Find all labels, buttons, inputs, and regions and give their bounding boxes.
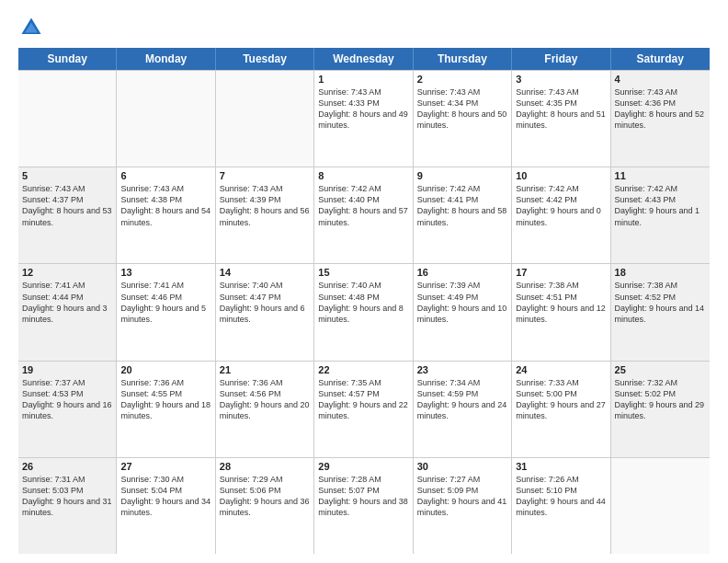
day-info: Sunrise: 7:43 AM Sunset: 4:39 PM Dayligh… <box>220 183 310 228</box>
empty-cell <box>117 71 215 167</box>
weekday-header: Sunday <box>18 48 117 70</box>
day-number: 6 <box>120 170 210 181</box>
day-info: Sunrise: 7:39 AM Sunset: 4:49 PM Dayligh… <box>417 280 507 325</box>
day-cell: 14Sunrise: 7:40 AM Sunset: 4:47 PM Dayli… <box>216 264 314 360</box>
day-info: Sunrise: 7:42 AM Sunset: 4:41 PM Dayligh… <box>417 183 507 228</box>
weekday-header: Monday <box>117 48 215 70</box>
day-cell: 13Sunrise: 7:41 AM Sunset: 4:46 PM Dayli… <box>117 264 215 360</box>
day-cell: 18Sunrise: 7:38 AM Sunset: 4:52 PM Dayli… <box>611 264 710 360</box>
day-info: Sunrise: 7:38 AM Sunset: 4:52 PM Dayligh… <box>615 280 706 325</box>
day-info: Sunrise: 7:41 AM Sunset: 4:46 PM Dayligh… <box>120 280 210 325</box>
day-cell: 17Sunrise: 7:38 AM Sunset: 4:51 PM Dayli… <box>512 264 610 360</box>
day-number: 5 <box>22 170 112 181</box>
day-cell: 29Sunrise: 7:28 AM Sunset: 5:07 PM Dayli… <box>314 458 413 554</box>
weekday-header: Thursday <box>414 48 512 70</box>
day-info: Sunrise: 7:36 AM Sunset: 4:56 PM Dayligh… <box>220 377 310 422</box>
day-cell: 15Sunrise: 7:40 AM Sunset: 4:48 PM Dayli… <box>314 264 413 360</box>
day-number: 17 <box>516 267 606 278</box>
weekday-header: Wednesday <box>314 48 413 70</box>
day-info: Sunrise: 7:43 AM Sunset: 4:37 PM Dayligh… <box>22 183 112 228</box>
day-cell: 6Sunrise: 7:43 AM Sunset: 4:38 PM Daylig… <box>117 167 215 263</box>
day-number: 10 <box>516 170 606 181</box>
empty-cell <box>18 71 117 167</box>
day-info: Sunrise: 7:42 AM Sunset: 4:43 PM Dayligh… <box>615 183 706 228</box>
day-info: Sunrise: 7:29 AM Sunset: 5:06 PM Dayligh… <box>220 474 310 519</box>
day-info: Sunrise: 7:41 AM Sunset: 4:44 PM Dayligh… <box>22 280 112 325</box>
day-cell: 28Sunrise: 7:29 AM Sunset: 5:06 PM Dayli… <box>216 458 314 554</box>
calendar: SundayMondayTuesdayWednesdayThursdayFrid… <box>18 48 710 554</box>
day-info: Sunrise: 7:37 AM Sunset: 4:53 PM Dayligh… <box>22 377 112 422</box>
day-number: 26 <box>22 461 112 472</box>
day-info: Sunrise: 7:42 AM Sunset: 4:42 PM Dayligh… <box>516 183 606 228</box>
day-info: Sunrise: 7:43 AM Sunset: 4:34 PM Dayligh… <box>417 86 507 132</box>
day-number: 25 <box>615 364 706 375</box>
day-cell: 30Sunrise: 7:27 AM Sunset: 5:09 PM Dayli… <box>414 458 512 554</box>
day-cell: 8Sunrise: 7:42 AM Sunset: 4:40 PM Daylig… <box>314 167 413 263</box>
day-number: 4 <box>615 74 706 85</box>
calendar-body: 1Sunrise: 7:43 AM Sunset: 4:33 PM Daylig… <box>18 70 710 554</box>
weekday-header: Friday <box>512 48 610 70</box>
day-cell: 20Sunrise: 7:36 AM Sunset: 4:55 PM Dayli… <box>117 362 215 457</box>
logo-icon <box>18 15 44 40</box>
calendar-week: 1Sunrise: 7:43 AM Sunset: 4:33 PM Daylig… <box>18 70 710 167</box>
calendar-week: 5Sunrise: 7:43 AM Sunset: 4:37 PM Daylig… <box>18 167 710 263</box>
logo <box>18 15 48 40</box>
day-info: Sunrise: 7:38 AM Sunset: 4:51 PM Dayligh… <box>516 280 606 325</box>
day-number: 28 <box>220 461 310 472</box>
day-cell: 22Sunrise: 7:35 AM Sunset: 4:57 PM Dayli… <box>314 362 413 457</box>
day-number: 18 <box>615 267 706 278</box>
day-number: 12 <box>22 267 112 278</box>
day-info: Sunrise: 7:26 AM Sunset: 5:10 PM Dayligh… <box>516 474 606 519</box>
day-cell: 31Sunrise: 7:26 AM Sunset: 5:10 PM Dayli… <box>512 458 610 554</box>
day-info: Sunrise: 7:30 AM Sunset: 5:04 PM Dayligh… <box>120 474 210 519</box>
day-info: Sunrise: 7:42 AM Sunset: 4:40 PM Dayligh… <box>318 183 408 228</box>
weekday-header: Tuesday <box>216 48 314 70</box>
calendar-header: SundayMondayTuesdayWednesdayThursdayFrid… <box>18 48 710 70</box>
day-number: 15 <box>318 267 408 278</box>
day-number: 31 <box>516 461 606 472</box>
header <box>18 15 710 40</box>
empty-cell <box>216 71 314 167</box>
day-cell: 12Sunrise: 7:41 AM Sunset: 4:44 PM Dayli… <box>18 264 117 360</box>
day-cell: 5Sunrise: 7:43 AM Sunset: 4:37 PM Daylig… <box>18 167 117 263</box>
day-cell: 4Sunrise: 7:43 AM Sunset: 4:36 PM Daylig… <box>611 71 710 167</box>
day-cell: 1Sunrise: 7:43 AM Sunset: 4:33 PM Daylig… <box>314 71 413 167</box>
day-cell: 3Sunrise: 7:43 AM Sunset: 4:35 PM Daylig… <box>512 71 610 167</box>
day-number: 19 <box>22 364 112 375</box>
day-cell: 10Sunrise: 7:42 AM Sunset: 4:42 PM Dayli… <box>512 167 610 263</box>
day-cell: 21Sunrise: 7:36 AM Sunset: 4:56 PM Dayli… <box>216 362 314 457</box>
day-info: Sunrise: 7:40 AM Sunset: 4:48 PM Dayligh… <box>318 280 408 325</box>
day-number: 20 <box>120 364 210 375</box>
day-cell: 25Sunrise: 7:32 AM Sunset: 5:02 PM Dayli… <box>611 362 710 457</box>
day-number: 13 <box>120 267 210 278</box>
day-info: Sunrise: 7:28 AM Sunset: 5:07 PM Dayligh… <box>318 474 408 519</box>
day-number: 30 <box>417 461 507 472</box>
day-number: 24 <box>516 364 606 375</box>
empty-cell <box>611 458 710 554</box>
day-number: 21 <box>220 364 310 375</box>
day-number: 2 <box>417 74 507 85</box>
day-number: 7 <box>220 170 310 181</box>
day-number: 3 <box>516 74 606 85</box>
day-number: 27 <box>120 461 210 472</box>
day-info: Sunrise: 7:31 AM Sunset: 5:03 PM Dayligh… <box>22 474 112 519</box>
day-info: Sunrise: 7:40 AM Sunset: 4:47 PM Dayligh… <box>220 280 310 325</box>
day-info: Sunrise: 7:43 AM Sunset: 4:38 PM Dayligh… <box>120 183 210 228</box>
day-info: Sunrise: 7:27 AM Sunset: 5:09 PM Dayligh… <box>417 474 507 519</box>
day-info: Sunrise: 7:33 AM Sunset: 5:00 PM Dayligh… <box>516 377 606 422</box>
day-info: Sunrise: 7:43 AM Sunset: 4:36 PM Dayligh… <box>615 86 706 132</box>
day-info: Sunrise: 7:36 AM Sunset: 4:55 PM Dayligh… <box>120 377 210 422</box>
day-number: 1 <box>318 74 408 85</box>
calendar-week: 12Sunrise: 7:41 AM Sunset: 4:44 PM Dayli… <box>18 263 710 360</box>
day-number: 11 <box>615 170 706 181</box>
day-number: 16 <box>417 267 507 278</box>
day-info: Sunrise: 7:43 AM Sunset: 4:35 PM Dayligh… <box>516 86 606 132</box>
day-cell: 9Sunrise: 7:42 AM Sunset: 4:41 PM Daylig… <box>414 167 512 263</box>
page: SundayMondayTuesdayWednesdayThursdayFrid… <box>0 0 728 563</box>
day-cell: 23Sunrise: 7:34 AM Sunset: 4:59 PM Dayli… <box>414 362 512 457</box>
day-cell: 26Sunrise: 7:31 AM Sunset: 5:03 PM Dayli… <box>18 458 117 554</box>
day-cell: 2Sunrise: 7:43 AM Sunset: 4:34 PM Daylig… <box>414 71 512 167</box>
day-cell: 24Sunrise: 7:33 AM Sunset: 5:00 PM Dayli… <box>512 362 610 457</box>
day-cell: 27Sunrise: 7:30 AM Sunset: 5:04 PM Dayli… <box>117 458 215 554</box>
calendar-week: 26Sunrise: 7:31 AM Sunset: 5:03 PM Dayli… <box>18 457 710 554</box>
